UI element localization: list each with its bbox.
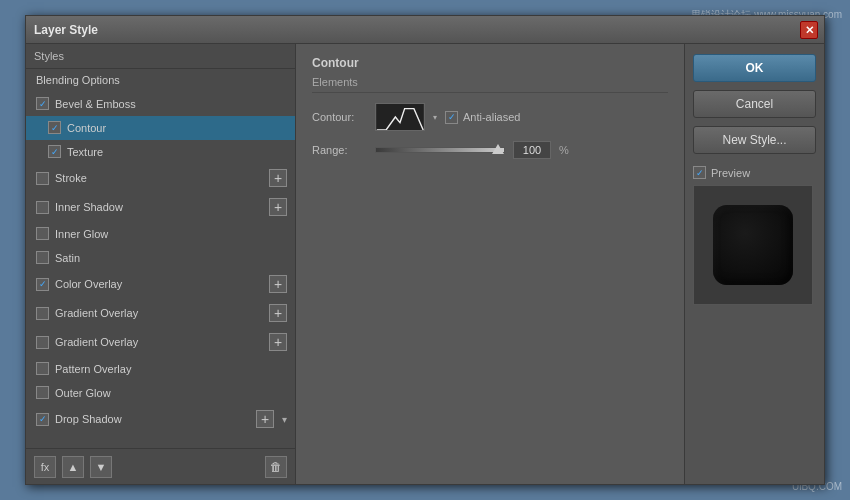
sidebar-item-outer-glow[interactable]: Outer Glow [26, 381, 295, 405]
inner-glow-checkbox[interactable] [36, 227, 49, 240]
gradient-overlay2-label: Gradient Overlay [55, 336, 263, 348]
outer-glow-label: Outer Glow [55, 387, 287, 399]
move-up-button[interactable]: ▲ [62, 456, 84, 478]
move-down-button[interactable]: ▼ [90, 456, 112, 478]
sidebar-item-texture[interactable]: Texture [26, 140, 295, 164]
title-bar: Layer Style ✕ [26, 16, 824, 44]
range-slider[interactable] [375, 147, 505, 153]
contour-preview[interactable] [375, 103, 425, 131]
contour-checkbox[interactable] [48, 121, 61, 134]
anti-aliased-container[interactable]: Anti-aliased [445, 111, 520, 124]
drop-shadow-arrow: ▾ [282, 414, 287, 425]
sidebar-item-stroke[interactable]: Stroke + [26, 164, 295, 193]
color-overlay-label: Color Overlay [55, 278, 263, 290]
stroke-add-button[interactable]: + [269, 169, 287, 187]
gradient-overlay2-checkbox[interactable] [36, 336, 49, 349]
gradient-overlay1-label: Gradient Overlay [55, 307, 263, 319]
contour-row: Contour: ▾ Anti-aliased [312, 103, 668, 131]
range-label: Range: [312, 144, 367, 156]
texture-checkbox[interactable] [48, 145, 61, 158]
preview-label-text: Preview [711, 167, 750, 179]
drop-shadow-checkbox[interactable] [36, 413, 49, 426]
anti-aliased-checkbox[interactable] [445, 111, 458, 124]
layer-style-dialog: Layer Style ✕ Styles Blending Options Be… [25, 15, 825, 485]
color-overlay-checkbox[interactable] [36, 278, 49, 291]
preview-checkbox[interactable] [693, 166, 706, 179]
inner-shadow-add-button[interactable]: + [269, 198, 287, 216]
stroke-label: Stroke [55, 172, 263, 184]
blending-options-label: Blending Options [36, 74, 287, 86]
sidebar-scroll[interactable]: Blending Options Bevel & Emboss Contour … [26, 69, 295, 448]
section-title: Contour [312, 56, 668, 70]
bevel-emboss-checkbox[interactable] [36, 97, 49, 110]
contour-dropdown-arrow[interactable]: ▾ [433, 113, 437, 122]
inner-shadow-label: Inner Shadow [55, 201, 263, 213]
sidebar-header: Styles [26, 44, 295, 69]
sidebar-item-blending-options[interactable]: Blending Options [26, 69, 295, 92]
close-button[interactable]: ✕ [800, 21, 818, 39]
sidebar-item-inner-shadow[interactable]: Inner Shadow + [26, 193, 295, 222]
sidebar-item-gradient-overlay1[interactable]: Gradient Overlay + [26, 299, 295, 328]
range-value-input[interactable] [513, 141, 551, 159]
fx-button[interactable]: fx [34, 456, 56, 478]
new-style-button[interactable]: New Style... [693, 126, 816, 154]
anti-aliased-label: Anti-aliased [463, 111, 520, 123]
preview-canvas [693, 185, 813, 305]
texture-label: Texture [67, 146, 287, 158]
preview-section: Preview [693, 166, 816, 305]
svg-rect-0 [377, 104, 423, 130]
inner-glow-label: Inner Glow [55, 228, 287, 240]
main-content: Contour Elements Contour: ▾ Anti-aliased [296, 44, 684, 484]
sidebar: Styles Blending Options Bevel & Emboss [26, 44, 296, 484]
sidebar-item-satin[interactable]: Satin [26, 246, 295, 270]
stroke-checkbox[interactable] [36, 172, 49, 185]
ok-button[interactable]: OK [693, 54, 816, 82]
delete-button[interactable]: 🗑 [265, 456, 287, 478]
sidebar-item-gradient-overlay2[interactable]: Gradient Overlay + [26, 328, 295, 357]
sidebar-item-bevel-emboss[interactable]: Bevel & Emboss [26, 92, 295, 116]
preview-shape [713, 205, 793, 285]
contour-field-label: Contour: [312, 111, 367, 123]
drop-shadow-add-button[interactable]: + [256, 410, 274, 428]
satin-checkbox[interactable] [36, 251, 49, 264]
sidebar-footer: fx ▲ ▼ 🗑 [26, 448, 295, 484]
gradient-overlay2-add-button[interactable]: + [269, 333, 287, 351]
sidebar-item-color-overlay[interactable]: Color Overlay + [26, 270, 295, 299]
section-subtitle: Elements [312, 76, 668, 93]
right-panel: OK Cancel New Style... Preview [684, 44, 824, 484]
dialog-title: Layer Style [34, 23, 98, 37]
preview-label-row: Preview [693, 166, 816, 179]
range-row: Range: % [312, 141, 668, 159]
sidebar-item-inner-glow[interactable]: Inner Glow [26, 222, 295, 246]
bevel-emboss-label: Bevel & Emboss [55, 98, 287, 110]
slider-track[interactable] [375, 147, 505, 153]
range-unit: % [559, 144, 569, 156]
sidebar-header-label: Styles [34, 50, 64, 62]
satin-label: Satin [55, 252, 287, 264]
contour-label: Contour [67, 122, 287, 134]
sidebar-item-contour[interactable]: Contour [26, 116, 295, 140]
color-overlay-add-button[interactable]: + [269, 275, 287, 293]
slider-thumb[interactable] [492, 144, 504, 154]
inner-shadow-checkbox[interactable] [36, 201, 49, 214]
pattern-overlay-label: Pattern Overlay [55, 363, 287, 375]
dialog-body: Styles Blending Options Bevel & Emboss [26, 44, 824, 484]
outer-glow-checkbox[interactable] [36, 386, 49, 399]
sidebar-item-drop-shadow[interactable]: Drop Shadow + ▾ [26, 405, 295, 434]
cancel-button[interactable]: Cancel [693, 90, 816, 118]
gradient-overlay1-add-button[interactable]: + [269, 304, 287, 322]
sidebar-item-pattern-overlay[interactable]: Pattern Overlay [26, 357, 295, 381]
drop-shadow-label: Drop Shadow [55, 413, 250, 425]
gradient-overlay1-checkbox[interactable] [36, 307, 49, 320]
pattern-overlay-checkbox[interactable] [36, 362, 49, 375]
